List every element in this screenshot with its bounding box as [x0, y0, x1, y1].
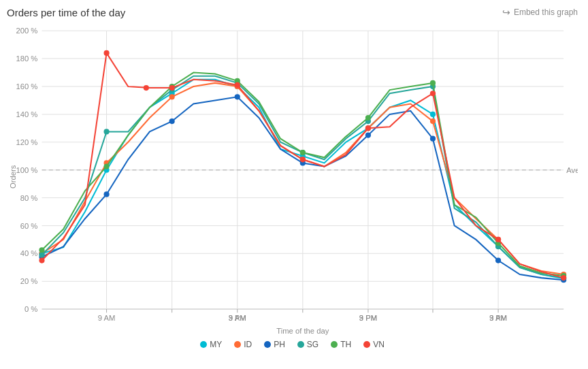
svg-text:80 %: 80 % [20, 194, 38, 202]
chart-svg: .grid-line { stroke: #e0e0e0; stroke-wid… [7, 24, 578, 337]
legend-item-ph: PH [264, 340, 285, 349]
svg-text:140 %: 140 % [16, 110, 38, 118]
chart-legend: MY ID PH SG TH VN [7, 340, 578, 349]
svg-text:60 %: 60 % [20, 222, 38, 230]
legend-item-sg: SG [297, 340, 318, 349]
chart-header: Orders per time of the day ↪ Embed this … [7, 7, 578, 18]
svg-point-67 [103, 191, 109, 197]
svg-point-102 [561, 275, 566, 280]
svg-text:3 AM: 3 AM [489, 314, 507, 322]
svg-point-68 [169, 118, 175, 124]
embed-icon: ↪ [502, 7, 510, 18]
svg-point-85 [103, 163, 109, 169]
svg-text:3 PM: 3 PM [229, 314, 246, 322]
svg-text:20 %: 20 % [20, 277, 38, 285]
svg-point-69 [235, 94, 240, 99]
svg-text:Orders: Orders [9, 165, 17, 189]
embed-button[interactable]: ↪ Embed this graph [502, 7, 578, 18]
svg-text:9 PM: 9 PM [359, 314, 377, 322]
svg-text:40 %: 40 % [20, 249, 38, 257]
svg-point-90 [430, 80, 436, 86]
svg-point-94 [103, 50, 109, 56]
legend-color-vn [363, 341, 370, 348]
svg-text:120 %: 120 % [16, 138, 38, 146]
svg-point-88 [300, 150, 306, 155]
svg-point-101 [495, 237, 501, 242]
svg-point-93 [39, 257, 44, 263]
svg-point-75 [39, 252, 44, 257]
svg-point-59 [169, 94, 175, 99]
legend-label-th: TH [340, 340, 351, 349]
chart-area: .grid-line { stroke: #e0e0e0; stroke-wid… [7, 24, 578, 337]
svg-point-71 [365, 132, 371, 138]
svg-point-73 [495, 257, 501, 263]
legend-label-vn: VN [373, 340, 385, 349]
svg-point-72 [430, 136, 436, 142]
legend-item-th: TH [331, 340, 351, 349]
legend-item-my: MY [200, 340, 222, 349]
svg-point-97 [235, 82, 240, 88]
legend-color-sg [297, 341, 304, 348]
svg-point-95 [144, 85, 149, 91]
legend-item-id: ID [234, 340, 252, 349]
svg-point-100 [430, 91, 436, 96]
legend-label-my: MY [210, 340, 222, 349]
page-container: Orders per time of the day ↪ Embed this … [0, 0, 588, 369]
svg-point-99 [365, 125, 371, 131]
svg-text:Average: Average [566, 166, 578, 174]
svg-point-76 [103, 129, 109, 134]
legend-color-th [331, 341, 338, 348]
legend-label-id: ID [244, 340, 252, 349]
legend-label-ph: PH [274, 340, 285, 349]
svg-point-84 [39, 247, 44, 253]
legend-color-my [200, 341, 207, 348]
svg-point-96 [169, 85, 175, 91]
svg-text:200 %: 200 % [16, 27, 38, 35]
svg-text:Time of the day: Time of the day [276, 327, 329, 335]
svg-text:0 %: 0 % [24, 305, 37, 313]
svg-point-63 [430, 118, 436, 124]
legend-color-ph [264, 341, 271, 348]
svg-point-98 [300, 157, 306, 162]
svg-text:9 AM: 9 AM [98, 314, 116, 322]
embed-label: Embed this graph [514, 7, 578, 17]
svg-point-89 [365, 115, 371, 121]
legend-color-id [234, 341, 241, 348]
chart-title: Orders per time of the day [7, 7, 125, 18]
svg-text:100 %: 100 % [16, 166, 38, 174]
legend-item-vn: VN [363, 340, 385, 349]
legend-label-sg: SG [307, 340, 318, 349]
svg-text:180 %: 180 % [16, 54, 38, 63]
svg-point-54 [430, 112, 436, 117]
svg-text:160 %: 160 % [16, 82, 38, 91]
